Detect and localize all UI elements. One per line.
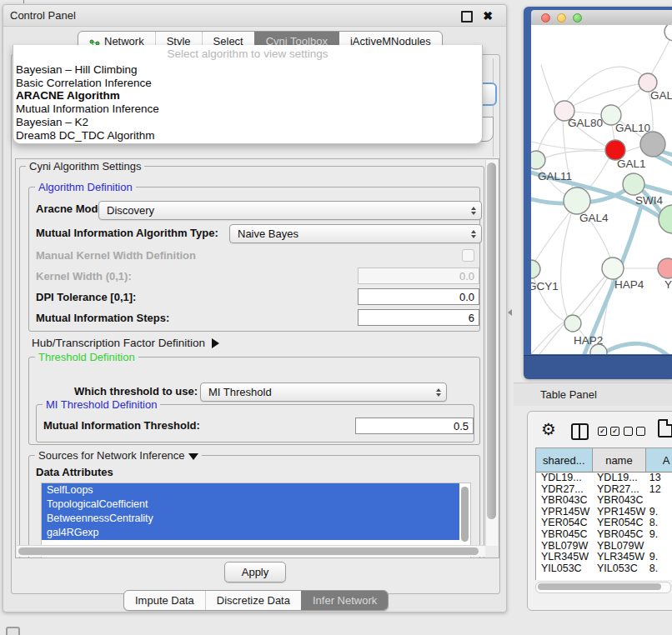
network-edge[interactable] [541,65,556,108]
algorithm-option[interactable]: Dream8 DC_TDC Algorithm [13,129,482,142]
kernel-width-field[interactable] [358,268,479,284]
deselect-all-columns-icon[interactable] [624,427,645,436]
network-edge[interactable] [612,125,614,140]
column-layout-icon[interactable] [571,423,589,440]
network-node[interactable] [602,258,624,279]
mi-algorithm-type-label: Mutual Information Algorithm Type: [36,227,218,240]
network-edge[interactable] [545,151,605,158]
attribute-item[interactable]: TopologicalCoefficient [42,498,459,512]
column-header-name[interactable]: name [592,448,646,472]
table-panel: ⚙ ✓✓ shared... name A YDL19...YDL19...13… [527,411,672,611]
network-node[interactable] [623,173,644,195]
settings-vertical-scrollbar[interactable] [485,160,498,546]
panel-divider-collapse-icon[interactable] [508,309,512,316]
network-node[interactable] [658,258,672,278]
close-traffic-light-icon[interactable] [541,13,550,22]
table-panel-title: Table Panel [540,383,597,406]
network-edge[interactable] [573,82,648,106]
settings-hscrollbar-thumb[interactable] [18,548,479,555]
node-label: Y [664,278,672,291]
close-icon[interactable]: ✖ [483,8,493,24]
mi-threshold-field[interactable] [355,418,474,434]
table-row[interactable]: YDR27...YDR27...12 [536,484,672,496]
dpi-tolerance-field[interactable] [358,288,479,305]
table-row[interactable]: YER054CYER054C8. [536,518,672,529]
dpi-tolerance-label: DPI Tolerance [0,1]: [36,291,136,304]
node-label: HAP4 [614,278,644,291]
aracne-mode-select[interactable]: Discovery [98,201,482,220]
table-row[interactable]: YBR043CYBR043C [536,495,672,507]
algorithm-dropdown-list: Bayesian – Hill ClimbingBasic Correlatio… [13,63,482,142]
toolbar-artifact [23,0,24,3]
table-row[interactable]: YDL19...YDL19...13 [536,472,672,484]
zoom-traffic-light-icon[interactable] [573,13,582,22]
list-scrollbar-thumb[interactable] [461,487,469,542]
network-node[interactable] [564,315,581,332]
new-table-icon[interactable] [658,419,672,438]
network-node[interactable] [564,188,590,214]
table-hscrollbar-thumb[interactable] [538,583,661,590]
node-label: GAL80 [568,117,603,129]
mi-algorithm-type-select[interactable]: Naive Bayes [229,224,482,243]
network-edge[interactable] [644,186,672,194]
mi-steps-field[interactable] [358,309,479,326]
control-panel-header: Control Panel ✖ [3,5,506,27]
select-all-columns-icon[interactable]: ✓✓ [598,427,619,436]
table-row[interactable]: YPR145WYPR145W9. [536,507,672,518]
network-edge[interactable] [561,214,571,316]
hub-tf-definition-toggle[interactable]: Hub/Transcription Factor Definition [32,337,219,349]
table-row[interactable]: YIL053CYIL053C8. [536,563,672,575]
attribute-item[interactable]: SelfLoops [42,483,459,498]
manual-kernel-label: Manual Kernel Width Definition [36,249,196,262]
gear-icon[interactable]: ⚙ [541,420,556,438]
list-scrollbar[interactable] [461,485,469,553]
table-horizontal-scrollbar[interactable] [535,582,671,593]
network-edge[interactable] [538,118,558,151]
network-canvas[interactable]: GALGAL80GAL10GAL1GAL11SWI4GAL4GCY1HAP4YH… [531,25,672,354]
data-attributes-label: Data Attributes [36,466,113,479]
mi-threshold-group: MI Threshold Definition Mutual Informati… [36,404,474,442]
network-edge[interactable] [566,67,644,102]
mi-threshold-group-title: MI Threshold Definition [43,398,160,411]
network-window-titlebar[interactable] [531,10,672,26]
tab-infer-network[interactable]: Infer Network [301,591,388,610]
network-edge[interactable] [625,147,640,152]
network-node[interactable] [531,260,540,278]
algorithm-option[interactable]: ARACNE Algorithm [13,89,482,102]
network-edge[interactable] [651,40,669,74]
sources-group-title[interactable]: Sources for Network Inference [35,449,202,462]
tab-discretize-data[interactable]: Discretize Data [205,591,301,610]
apply-button[interactable]: Apply [224,562,286,582]
network-edge[interactable] [531,142,605,150]
tab-impute-data[interactable]: Impute Data [124,591,205,610]
algorithm-option[interactable]: Basic Correlation Inference [13,77,482,90]
table-row[interactable]: YBR045CYBR045C9. [536,529,672,541]
which-threshold-select[interactable]: MI Threshold [200,382,447,402]
network-node[interactable] [640,132,665,157]
minimize-traffic-light-icon[interactable] [557,13,566,22]
column-header-partial[interactable]: A [646,448,672,472]
column-header-shared-name[interactable]: shared... [536,448,592,472]
network-node[interactable] [664,25,672,41]
stepper-arrows-icon [471,207,476,215]
network-edge[interactable] [535,212,569,261]
algorithm-option[interactable]: Bayesian – Hill Climbing [13,63,482,77]
table-row[interactable]: YBL079WYBL079W [536,541,672,552]
attribute-item[interactable]: BetweennessCentrality [42,512,459,526]
settings-horizontal-scrollbar[interactable] [17,545,485,557]
manual-kernel-checkbox[interactable] [462,249,474,262]
sources-group: Sources for Network Inference Data Attri… [28,455,480,558]
float-window-icon[interactable] [461,11,473,22]
algorithm-option[interactable]: Bayesian – K2 [13,116,482,129]
table-row[interactable]: YLR345WYLR345W9. [536,552,672,563]
minimized-panel-icon[interactable] [6,627,20,635]
network-edge[interactable] [656,156,672,167]
node-label: SWI4 [635,194,663,207]
network-node[interactable] [531,151,545,169]
network-edge[interactable] [574,112,601,114]
node-label: GAL11 [538,170,572,182]
algorithm-option[interactable]: Mutual Information Inference [13,102,482,116]
control-panel-title: Control Panel [10,5,76,26]
settings-vscrollbar-thumb[interactable] [487,162,496,519]
attribute-item[interactable]: gal4RGexp [42,526,459,540]
